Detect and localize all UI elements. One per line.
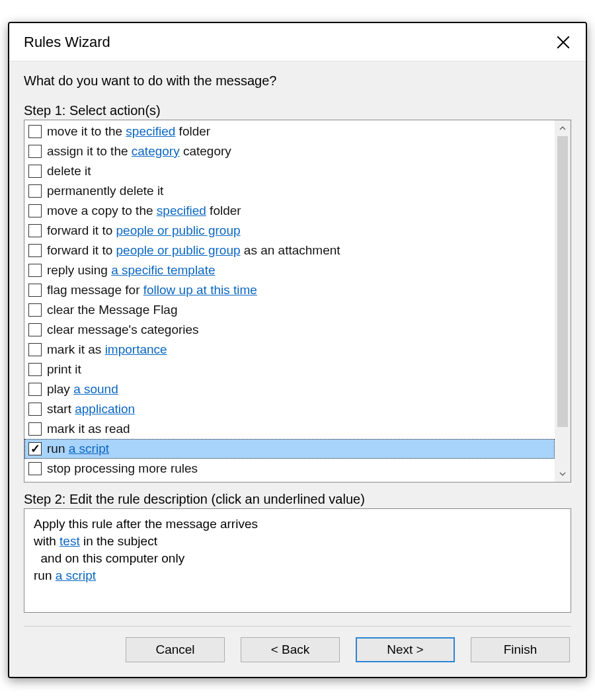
action-row[interactable]: forward it to people or public group: [24, 221, 555, 241]
action-row[interactable]: forward it to people or public group as …: [24, 241, 555, 260]
rule-description-box: Apply this rule after the message arrive…: [24, 508, 571, 613]
window-title: Rules Wizard: [24, 34, 110, 51]
action-label: play a sound: [47, 382, 118, 397]
close-icon: [557, 36, 570, 49]
action-checkbox[interactable]: [28, 204, 42, 217]
action-label: print it: [47, 362, 81, 377]
action-param-link[interactable]: a specific template: [111, 263, 215, 277]
chevron-up-icon: [559, 124, 567, 132]
action-checkbox[interactable]: [28, 184, 42, 198]
action-checkbox[interactable]: [28, 343, 42, 356]
action-checkbox[interactable]: [28, 323, 42, 336]
description-line: with test in the subject: [34, 533, 561, 550]
action-row[interactable]: stop processing more rules: [24, 459, 555, 479]
subject-value-link[interactable]: test: [60, 534, 80, 548]
action-checkbox[interactable]: [28, 224, 42, 237]
action-label: mark it as importance: [47, 342, 167, 357]
action-checkbox[interactable]: [28, 442, 42, 455]
action-checkbox[interactable]: [28, 165, 42, 178]
action-label: reply using a specific template: [47, 263, 216, 278]
action-checkbox[interactable]: [28, 422, 42, 436]
action-param-link[interactable]: people or public group: [116, 243, 241, 257]
scroll-down-button[interactable]: [555, 466, 571, 482]
action-label: forward it to people or public group: [47, 223, 241, 238]
scroll-up-button[interactable]: [555, 120, 571, 136]
action-checkbox[interactable]: [28, 125, 42, 138]
action-row[interactable]: start application: [24, 399, 555, 419]
action-label: run a script: [47, 442, 109, 456]
action-row[interactable]: run a script: [24, 439, 555, 459]
action-label: forward it to people or public group as …: [47, 243, 340, 258]
action-param-link[interactable]: importance: [105, 342, 167, 356]
action-checkbox[interactable]: [28, 303, 42, 317]
action-param-link[interactable]: people or public group: [116, 223, 241, 237]
action-checkbox[interactable]: [28, 284, 42, 297]
action-row[interactable]: flag message for follow up at this time: [24, 280, 555, 300]
back-button[interactable]: < Back: [241, 637, 340, 662]
action-row[interactable]: play a sound: [24, 379, 555, 399]
action-row[interactable]: move a copy to the specified folder: [24, 201, 555, 221]
next-button[interactable]: Next >: [356, 637, 455, 662]
heading: What do you want to do with the message?: [24, 73, 571, 89]
description-line: and on this computer only: [34, 550, 561, 567]
action-row[interactable]: mark it as importance: [24, 340, 555, 360]
action-checkbox[interactable]: [28, 244, 42, 257]
step1-label: Step 1: Select action(s): [24, 103, 571, 118]
action-checkbox[interactable]: [28, 462, 42, 475]
scroll-thumb[interactable]: [557, 136, 568, 427]
action-label: mark it as read: [47, 422, 130, 436]
action-row[interactable]: permanently delete it: [24, 181, 555, 201]
actions-list[interactable]: move it to the specified folderassign it…: [24, 120, 555, 482]
action-checkbox[interactable]: [28, 145, 42, 158]
description-line: Apply this rule after the message arrive…: [34, 516, 561, 533]
action-label: start application: [47, 402, 135, 416]
script-value-link[interactable]: a script: [56, 568, 96, 582]
action-param-link[interactable]: category: [132, 144, 180, 158]
action-row[interactable]: delete it: [24, 161, 555, 181]
action-label: move a copy to the specified folder: [47, 204, 241, 218]
close-button[interactable]: [551, 30, 575, 54]
action-checkbox[interactable]: [28, 403, 42, 416]
action-row[interactable]: reply using a specific template: [24, 260, 555, 280]
rules-wizard-dialog: Rules Wizard What do you want to do with…: [8, 22, 587, 678]
action-label: permanently delete it: [47, 184, 163, 198]
scrollbar[interactable]: [555, 120, 571, 482]
action-row[interactable]: assign it to the category category: [24, 141, 555, 161]
action-label: flag message for follow up at this time: [47, 283, 257, 297]
action-param-link[interactable]: specified: [157, 204, 206, 217]
action-row[interactable]: mark it as read: [24, 419, 555, 439]
actions-listbox: move it to the specified folderassign it…: [24, 120, 571, 483]
action-row[interactable]: move it to the specified folder: [24, 122, 555, 141]
cancel-button[interactable]: Cancel: [126, 637, 225, 662]
action-row[interactable]: clear the Message Flag: [24, 300, 555, 320]
action-label: stop processing more rules: [47, 461, 198, 476]
dialog-body: What do you want to do with the message?…: [9, 61, 586, 677]
description-line: run a script: [34, 567, 561, 584]
action-row[interactable]: print it: [24, 360, 555, 379]
action-label: move it to the specified folder: [47, 124, 210, 139]
action-param-link[interactable]: a sound: [73, 382, 118, 396]
divider: [24, 626, 571, 627]
action-label: clear message's categories: [47, 323, 199, 337]
action-checkbox[interactable]: [28, 264, 42, 277]
action-param-link[interactable]: application: [75, 402, 135, 416]
action-param-link[interactable]: follow up at this time: [143, 283, 257, 297]
action-label: assign it to the category category: [47, 144, 231, 159]
action-checkbox[interactable]: [28, 363, 42, 376]
finish-button[interactable]: Finish: [471, 637, 570, 662]
action-checkbox[interactable]: [28, 383, 42, 396]
action-param-link[interactable]: a script: [69, 442, 109, 455]
action-label: clear the Message Flag: [47, 303, 178, 317]
step2-label: Step 2: Edit the rule description (click…: [24, 492, 571, 507]
chevron-down-icon: [559, 470, 567, 478]
action-param-link[interactable]: specified: [126, 124, 175, 138]
button-row: Cancel < Back Next > Finish: [24, 637, 571, 662]
action-label: delete it: [47, 164, 91, 178]
titlebar: Rules Wizard: [9, 23, 586, 61]
action-row[interactable]: clear message's categories: [24, 320, 555, 340]
